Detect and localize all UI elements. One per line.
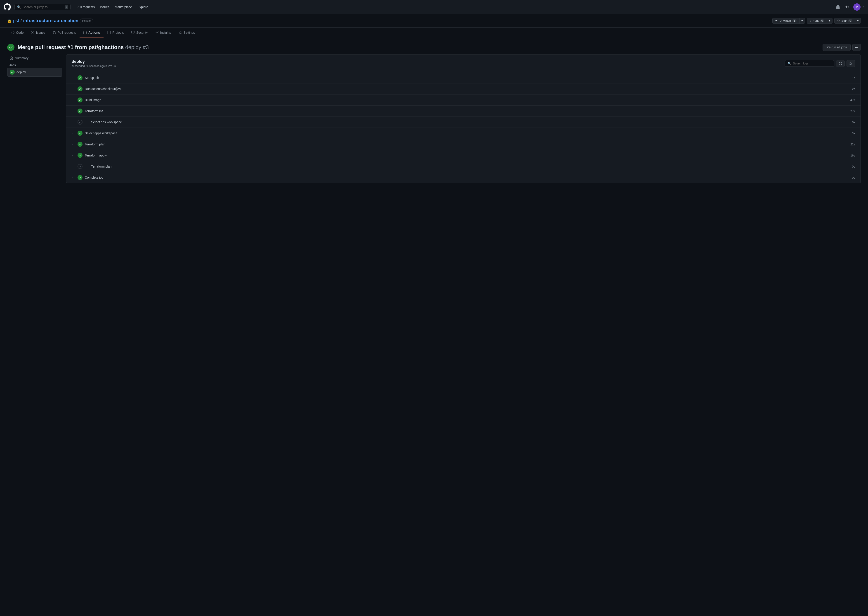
fork-dropdown[interactable]: ▾ bbox=[827, 18, 832, 24]
step-status-icon bbox=[78, 131, 83, 136]
rerun-all-jobs-button[interactable]: Re-run all jobs bbox=[823, 44, 851, 51]
job-panel: deploy succeeded 26 seconds ago in 2m 0s… bbox=[66, 55, 861, 183]
step-name: Build image bbox=[85, 98, 846, 102]
create-new-button[interactable]: + ▾ bbox=[844, 4, 851, 10]
tab-security[interactable]: Security bbox=[127, 28, 152, 38]
step-name: Complete job bbox=[85, 176, 846, 179]
step-name: Select ops workspace bbox=[85, 120, 846, 124]
job-panel-controls: 🔍 bbox=[785, 60, 855, 67]
step-status-icon bbox=[78, 164, 83, 169]
unwatch-button[interactable]: 👁 Unwatch 1 bbox=[772, 18, 799, 24]
pull-requests-nav-link[interactable]: Pull requests bbox=[74, 4, 97, 10]
step-status-icon bbox=[78, 119, 83, 124]
star-dropdown[interactable]: ▾ bbox=[855, 18, 861, 24]
check-icon-small bbox=[11, 71, 14, 74]
step-status-icon bbox=[78, 86, 83, 91]
step-expand-chevron: › bbox=[72, 176, 75, 179]
gear-icon bbox=[849, 62, 852, 65]
job-step[interactable]: › Terraform init 27s bbox=[66, 105, 860, 117]
log-search-box[interactable]: 🔍 bbox=[785, 60, 834, 67]
job-step[interactable]: Terraform plan 0s bbox=[66, 161, 860, 172]
step-name: Terraform init bbox=[85, 109, 846, 113]
job-step[interactable]: › Set up job 1s bbox=[66, 72, 860, 83]
step-check-icon bbox=[79, 132, 81, 135]
star-button[interactable]: ☆ Star 0 bbox=[834, 18, 855, 24]
step-duration: 0s bbox=[848, 176, 855, 179]
fork-icon: ⑂ bbox=[810, 19, 812, 22]
step-expand-chevron: › bbox=[72, 154, 75, 157]
sidebar-summary-link[interactable]: Summary bbox=[7, 55, 63, 62]
job-step[interactable]: › Run actions/checkout@v1 2s bbox=[66, 83, 860, 94]
fork-group: ⑂ Fork 0 ▾ bbox=[807, 18, 833, 24]
step-name: Terraform plan bbox=[85, 165, 846, 168]
job-info: deploy succeeded 26 seconds ago in 2m 0s bbox=[72, 59, 116, 68]
job-step[interactable]: › Select apps workspace 3s bbox=[66, 128, 860, 139]
fork-button[interactable]: ⑂ Fork 0 bbox=[807, 18, 827, 24]
issues-nav-link[interactable]: Issues bbox=[98, 4, 111, 10]
global-search[interactable]: 🔍 / bbox=[14, 4, 71, 10]
dropdown-arrow: ▾ bbox=[848, 6, 849, 8]
step-duration: 2s bbox=[848, 87, 855, 91]
log-search-input[interactable] bbox=[793, 62, 829, 65]
more-options-button[interactable]: ••• bbox=[852, 44, 861, 51]
run-title-group: Merge pull request #1 from pst/ghactions… bbox=[7, 44, 149, 51]
step-duration: 1s bbox=[848, 76, 855, 80]
step-check-icon bbox=[79, 110, 81, 112]
step-check-icon bbox=[79, 99, 81, 101]
tab-code[interactable]: Code bbox=[7, 28, 27, 38]
tab-pull-requests[interactable]: Pull requests bbox=[49, 28, 80, 38]
gear-settings-button[interactable] bbox=[846, 60, 855, 67]
tab-insights[interactable]: Insights bbox=[151, 28, 174, 38]
notifications-button[interactable] bbox=[835, 4, 841, 10]
step-name: Set up job bbox=[85, 76, 846, 80]
repo-actions: 👁 Unwatch 1 ▾ ⑂ Fork 0 ▾ ☆ Star 0 ▾ bbox=[772, 18, 861, 24]
tab-issues[interactable]: Issues bbox=[27, 28, 49, 38]
home-icon bbox=[9, 56, 13, 60]
top-navigation: 🔍 / Pull requests Issues Marketplace Exp… bbox=[0, 0, 868, 14]
step-name: Terraform apply bbox=[85, 154, 846, 157]
job-panel-title: deploy bbox=[72, 59, 116, 64]
star-icon: ☆ bbox=[837, 19, 840, 22]
lock-icon: 🔒 bbox=[7, 19, 12, 23]
job-step[interactable]: › Build image 47s bbox=[66, 94, 860, 105]
org-link[interactable]: pst bbox=[13, 18, 19, 23]
marketplace-nav-link[interactable]: Marketplace bbox=[113, 4, 134, 10]
step-expand-chevron: › bbox=[72, 143, 75, 146]
avatar[interactable]: P bbox=[853, 3, 860, 11]
job-step[interactable]: › Terraform plan 22s bbox=[66, 139, 860, 150]
github-logo[interactable] bbox=[4, 3, 11, 11]
job-label: deploy bbox=[17, 70, 26, 74]
unwatch-group: 👁 Unwatch 1 ▾ bbox=[772, 18, 805, 24]
main-layout: Summary Jobs deploy deploy succeeded 26 … bbox=[7, 55, 861, 183]
plus-icon: + bbox=[845, 5, 848, 9]
job-step[interactable]: › Terraform apply 16s bbox=[66, 150, 860, 161]
breadcrumb-separator: / bbox=[20, 18, 22, 23]
log-search-icon: 🔍 bbox=[788, 62, 791, 65]
step-check-icon bbox=[79, 143, 81, 146]
job-step[interactable]: Select ops workspace 0s bbox=[66, 117, 860, 128]
code-icon bbox=[11, 31, 14, 35]
explore-nav-link[interactable]: Explore bbox=[135, 4, 150, 10]
step-duration: 16s bbox=[848, 154, 855, 157]
step-check-icon bbox=[79, 176, 81, 179]
step-name: Run actions/checkout@v1 bbox=[85, 87, 846, 91]
check-icon bbox=[9, 45, 13, 49]
search-input[interactable] bbox=[23, 5, 63, 9]
tab-actions[interactable]: Actions bbox=[80, 28, 103, 38]
step-status-icon bbox=[78, 153, 83, 158]
job-panel-subtitle: succeeded 26 seconds ago in 2m 0s bbox=[72, 64, 116, 68]
content-area: Merge pull request #1 from pst/ghactions… bbox=[0, 38, 868, 189]
search-shortcut: / bbox=[65, 5, 68, 9]
jobs-section-label: Jobs bbox=[7, 62, 63, 68]
tab-projects[interactable]: Projects bbox=[103, 28, 127, 38]
sidebar-job-deploy[interactable]: deploy bbox=[7, 68, 63, 77]
insights-icon bbox=[155, 31, 158, 35]
tab-settings[interactable]: Settings bbox=[175, 28, 199, 38]
repo-link[interactable]: infrastructure-automation bbox=[23, 18, 78, 23]
repo-header: 🔒 pst / infrastructure-automation Privat… bbox=[0, 14, 868, 28]
job-step[interactable]: › Complete job 0s bbox=[66, 172, 860, 183]
refresh-logs-button[interactable] bbox=[836, 60, 845, 67]
visibility-badge: Private bbox=[80, 19, 93, 23]
page-title: Merge pull request #1 from pst/ghactions… bbox=[18, 44, 149, 50]
unwatch-dropdown[interactable]: ▾ bbox=[799, 18, 805, 24]
